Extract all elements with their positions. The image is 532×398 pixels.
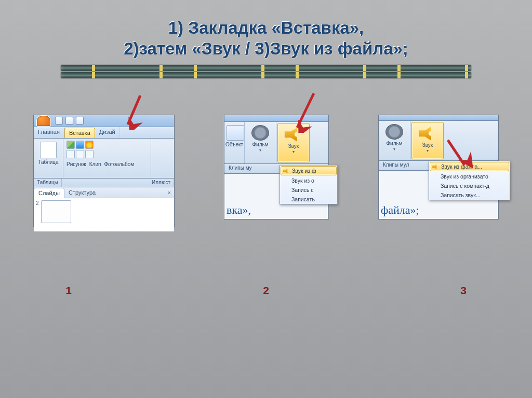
panetab-slides[interactable]: Слайды bbox=[34, 188, 64, 198]
menu-sound-from-organizer[interactable]: Звук из о bbox=[280, 176, 337, 185]
office-button-icon[interactable] bbox=[37, 116, 50, 126]
ribbon-movie-label: Фильм bbox=[386, 141, 402, 146]
menu-record-from-cd[interactable]: Запись с компакт-д bbox=[429, 181, 510, 190]
close-pane-icon[interactable]: × bbox=[165, 188, 174, 197]
speaker-icon bbox=[283, 168, 289, 173]
step-2: 2 bbox=[261, 284, 271, 297]
sound-menu-expanded: Звук из файла... Звук из организато Запи… bbox=[429, 161, 510, 200]
decorative-divider bbox=[61, 65, 471, 78]
ribbon-movie-label: Фильм bbox=[252, 142, 268, 147]
panetab-outline[interactable]: Структура bbox=[64, 188, 100, 197]
group-tables: Таблицы bbox=[34, 179, 62, 187]
movie-dropdown-icon[interactable]: ▾ bbox=[259, 148, 261, 153]
redo-icon[interactable] bbox=[76, 117, 84, 125]
ribbon-picture-label: Рисунок bbox=[66, 161, 86, 167]
picture-icon[interactable] bbox=[66, 141, 75, 149]
menu-record-from-cd[interactable]: Запись с bbox=[280, 185, 337, 195]
speaker-icon bbox=[285, 127, 302, 142]
tab-insert[interactable]: Вставка bbox=[64, 128, 95, 138]
menu-record-sound[interactable]: Записать звук... bbox=[429, 190, 510, 200]
photoalbum-icon[interactable] bbox=[85, 141, 94, 149]
slide-number: 2 bbox=[36, 200, 39, 206]
step-3: 3 bbox=[458, 284, 469, 297]
ribbon-sound-label: Звук bbox=[422, 142, 433, 148]
slide-title: 1) Закладка «Вставка», 2)затем «Звук / 3… bbox=[0, 0, 532, 59]
ribbon-tabs: Главная Вставка Дизай bbox=[34, 127, 174, 139]
sound-button[interactable]: Звук ▾ bbox=[411, 122, 444, 159]
screenshot-row: Главная Вставка Дизай Таблица bbox=[33, 115, 499, 227]
smartart-icon[interactable] bbox=[76, 150, 84, 158]
slide-text-fragment: вка», bbox=[227, 204, 251, 216]
menu-sound-from-organizer[interactable]: Звук из организато bbox=[429, 172, 510, 181]
slide-text-fragment: файла»; bbox=[381, 204, 419, 216]
speaker-icon bbox=[419, 126, 436, 141]
chart-icon[interactable] bbox=[85, 150, 94, 158]
quick-access-toolbar[interactable] bbox=[55, 117, 84, 126]
ribbon-clip-label: Клип bbox=[89, 161, 101, 167]
movie-icon[interactable] bbox=[385, 124, 403, 140]
screenshot-2: Объект Фильм ▾ Звук ▾ Клипы му Звук из ф… bbox=[224, 115, 329, 219]
ribbon-sound-label: Звук bbox=[288, 143, 299, 149]
menu-sound-from-file[interactable]: Звук из файла... bbox=[430, 162, 509, 171]
sound-dropdown-icon[interactable]: ▾ bbox=[427, 148, 429, 153]
step-numbers: 1 2 3 bbox=[27, 284, 505, 297]
sound-menu: Звук из ф Звук из о Запись с Записать bbox=[280, 165, 338, 204]
tab-design[interactable]: Дизай bbox=[95, 127, 120, 138]
undo-icon[interactable] bbox=[65, 117, 73, 125]
clip-icon[interactable] bbox=[76, 141, 84, 149]
tab-home[interactable]: Главная bbox=[34, 127, 64, 138]
group-illustr: Иллюст bbox=[62, 179, 174, 187]
screenshot-3: Фильм ▾ Звук ▾ Клипы мул Звук из файла..… bbox=[378, 115, 499, 219]
movie-dropdown-icon[interactable]: ▾ bbox=[393, 147, 395, 152]
ribbon-object-label: Объект bbox=[225, 142, 243, 147]
table-icon[interactable] bbox=[40, 142, 57, 158]
movie-icon[interactable] bbox=[251, 125, 269, 141]
shape-icon[interactable] bbox=[66, 150, 75, 158]
save-icon[interactable] bbox=[55, 117, 63, 125]
screenshot-1: Главная Вставка Дизай Таблица bbox=[33, 115, 175, 227]
sound-button[interactable]: Звук ▾ bbox=[277, 123, 310, 162]
step-1: 1 bbox=[63, 284, 74, 297]
menu-sound-from-file[interactable]: Звук из ф bbox=[281, 166, 337, 175]
title-line1: 1) Закладка «Вставка», bbox=[0, 18, 532, 38]
menu-record-sound[interactable]: Записать bbox=[280, 195, 337, 204]
ribbon-table-label: Таблица bbox=[38, 159, 58, 165]
object-icon[interactable] bbox=[227, 125, 244, 141]
title-line2: 2)затем «Звук / 3)Звук из файла»; bbox=[0, 38, 532, 59]
slide-thumbnail[interactable] bbox=[41, 200, 71, 223]
ribbon-insert: Таблица Рисунок Клип Фотоальбом bbox=[34, 139, 174, 179]
ribbon-photo-label: Фотоальбом bbox=[104, 161, 134, 167]
sound-dropdown-icon[interactable]: ▾ bbox=[292, 149, 295, 154]
speaker-icon bbox=[432, 164, 438, 169]
